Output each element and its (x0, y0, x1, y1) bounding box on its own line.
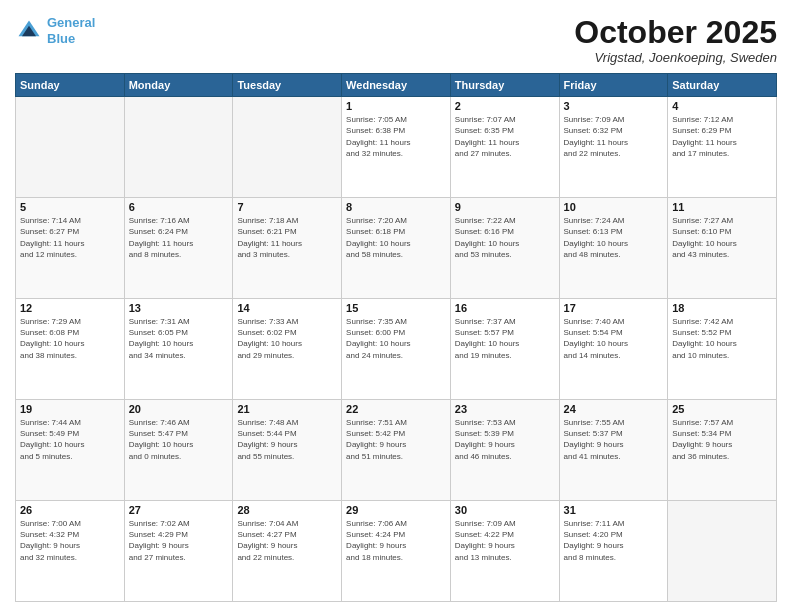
day-info: Sunrise: 7:18 AM Sunset: 6:21 PM Dayligh… (237, 215, 337, 260)
header: General Blue October 2025 Vrigstad, Joen… (15, 15, 777, 65)
day-info: Sunrise: 7:35 AM Sunset: 6:00 PM Dayligh… (346, 316, 446, 361)
month-title: October 2025 (574, 15, 777, 50)
day-info: Sunrise: 7:55 AM Sunset: 5:37 PM Dayligh… (564, 417, 664, 462)
day-number: 5 (20, 201, 120, 213)
calendar-cell: 15Sunrise: 7:35 AM Sunset: 6:00 PM Dayli… (342, 299, 451, 400)
day-number: 24 (564, 403, 664, 415)
day-number: 15 (346, 302, 446, 314)
weekday-friday: Friday (559, 74, 668, 97)
day-number: 16 (455, 302, 555, 314)
day-info: Sunrise: 7:53 AM Sunset: 5:39 PM Dayligh… (455, 417, 555, 462)
calendar-cell: 5Sunrise: 7:14 AM Sunset: 6:27 PM Daylig… (16, 198, 125, 299)
calendar-cell: 14Sunrise: 7:33 AM Sunset: 6:02 PM Dayli… (233, 299, 342, 400)
day-info: Sunrise: 7:11 AM Sunset: 4:20 PM Dayligh… (564, 518, 664, 563)
day-number: 26 (20, 504, 120, 516)
logo: General Blue (15, 15, 95, 46)
title-section: October 2025 Vrigstad, Joenkoeping, Swed… (574, 15, 777, 65)
day-number: 23 (455, 403, 555, 415)
calendar-cell: 10Sunrise: 7:24 AM Sunset: 6:13 PM Dayli… (559, 198, 668, 299)
day-info: Sunrise: 7:06 AM Sunset: 4:24 PM Dayligh… (346, 518, 446, 563)
day-number: 18 (672, 302, 772, 314)
calendar-cell: 30Sunrise: 7:09 AM Sunset: 4:22 PM Dayli… (450, 501, 559, 602)
calendar-week-row: 26Sunrise: 7:00 AM Sunset: 4:32 PM Dayli… (16, 501, 777, 602)
weekday-wednesday: Wednesday (342, 74, 451, 97)
day-info: Sunrise: 7:33 AM Sunset: 6:02 PM Dayligh… (237, 316, 337, 361)
calendar-cell (668, 501, 777, 602)
calendar-cell (124, 97, 233, 198)
day-number: 1 (346, 100, 446, 112)
calendar-cell: 21Sunrise: 7:48 AM Sunset: 5:44 PM Dayli… (233, 400, 342, 501)
calendar-week-row: 1Sunrise: 7:05 AM Sunset: 6:38 PM Daylig… (16, 97, 777, 198)
day-number: 30 (455, 504, 555, 516)
day-info: Sunrise: 7:46 AM Sunset: 5:47 PM Dayligh… (129, 417, 229, 462)
day-info: Sunrise: 7:40 AM Sunset: 5:54 PM Dayligh… (564, 316, 664, 361)
day-number: 19 (20, 403, 120, 415)
calendar-cell: 24Sunrise: 7:55 AM Sunset: 5:37 PM Dayli… (559, 400, 668, 501)
day-number: 25 (672, 403, 772, 415)
day-info: Sunrise: 7:09 AM Sunset: 4:22 PM Dayligh… (455, 518, 555, 563)
day-info: Sunrise: 7:00 AM Sunset: 4:32 PM Dayligh… (20, 518, 120, 563)
day-info: Sunrise: 7:12 AM Sunset: 6:29 PM Dayligh… (672, 114, 772, 159)
calendar-cell: 28Sunrise: 7:04 AM Sunset: 4:27 PM Dayli… (233, 501, 342, 602)
day-info: Sunrise: 7:57 AM Sunset: 5:34 PM Dayligh… (672, 417, 772, 462)
calendar-cell: 23Sunrise: 7:53 AM Sunset: 5:39 PM Dayli… (450, 400, 559, 501)
day-info: Sunrise: 7:29 AM Sunset: 6:08 PM Dayligh… (20, 316, 120, 361)
day-number: 21 (237, 403, 337, 415)
calendar-cell: 16Sunrise: 7:37 AM Sunset: 5:57 PM Dayli… (450, 299, 559, 400)
calendar-week-row: 5Sunrise: 7:14 AM Sunset: 6:27 PM Daylig… (16, 198, 777, 299)
calendar-cell: 19Sunrise: 7:44 AM Sunset: 5:49 PM Dayli… (16, 400, 125, 501)
day-info: Sunrise: 7:51 AM Sunset: 5:42 PM Dayligh… (346, 417, 446, 462)
day-number: 2 (455, 100, 555, 112)
day-number: 20 (129, 403, 229, 415)
calendar-cell: 22Sunrise: 7:51 AM Sunset: 5:42 PM Dayli… (342, 400, 451, 501)
weekday-header-row: SundayMondayTuesdayWednesdayThursdayFrid… (16, 74, 777, 97)
day-number: 8 (346, 201, 446, 213)
logo-line1: General (47, 15, 95, 30)
day-number: 28 (237, 504, 337, 516)
logo-text: General Blue (47, 15, 95, 46)
day-info: Sunrise: 7:02 AM Sunset: 4:29 PM Dayligh… (129, 518, 229, 563)
calendar-cell (16, 97, 125, 198)
calendar-cell: 3Sunrise: 7:09 AM Sunset: 6:32 PM Daylig… (559, 97, 668, 198)
day-info: Sunrise: 7:27 AM Sunset: 6:10 PM Dayligh… (672, 215, 772, 260)
calendar-week-row: 12Sunrise: 7:29 AM Sunset: 6:08 PM Dayli… (16, 299, 777, 400)
calendar-cell: 9Sunrise: 7:22 AM Sunset: 6:16 PM Daylig… (450, 198, 559, 299)
day-info: Sunrise: 7:09 AM Sunset: 6:32 PM Dayligh… (564, 114, 664, 159)
calendar-cell (233, 97, 342, 198)
calendar-cell: 4Sunrise: 7:12 AM Sunset: 6:29 PM Daylig… (668, 97, 777, 198)
weekday-tuesday: Tuesday (233, 74, 342, 97)
day-info: Sunrise: 7:48 AM Sunset: 5:44 PM Dayligh… (237, 417, 337, 462)
page: General Blue October 2025 Vrigstad, Joen… (0, 0, 792, 612)
day-number: 13 (129, 302, 229, 314)
day-number: 12 (20, 302, 120, 314)
calendar-cell: 29Sunrise: 7:06 AM Sunset: 4:24 PM Dayli… (342, 501, 451, 602)
day-info: Sunrise: 7:05 AM Sunset: 6:38 PM Dayligh… (346, 114, 446, 159)
calendar-cell: 8Sunrise: 7:20 AM Sunset: 6:18 PM Daylig… (342, 198, 451, 299)
logo-line2: Blue (47, 31, 75, 46)
weekday-sunday: Sunday (16, 74, 125, 97)
day-info: Sunrise: 7:16 AM Sunset: 6:24 PM Dayligh… (129, 215, 229, 260)
calendar-cell: 27Sunrise: 7:02 AM Sunset: 4:29 PM Dayli… (124, 501, 233, 602)
calendar-cell: 11Sunrise: 7:27 AM Sunset: 6:10 PM Dayli… (668, 198, 777, 299)
day-info: Sunrise: 7:31 AM Sunset: 6:05 PM Dayligh… (129, 316, 229, 361)
day-info: Sunrise: 7:37 AM Sunset: 5:57 PM Dayligh… (455, 316, 555, 361)
day-info: Sunrise: 7:14 AM Sunset: 6:27 PM Dayligh… (20, 215, 120, 260)
calendar-cell: 2Sunrise: 7:07 AM Sunset: 6:35 PM Daylig… (450, 97, 559, 198)
day-number: 27 (129, 504, 229, 516)
weekday-thursday: Thursday (450, 74, 559, 97)
location-subtitle: Vrigstad, Joenkoeping, Sweden (574, 50, 777, 65)
day-info: Sunrise: 7:20 AM Sunset: 6:18 PM Dayligh… (346, 215, 446, 260)
day-info: Sunrise: 7:07 AM Sunset: 6:35 PM Dayligh… (455, 114, 555, 159)
weekday-saturday: Saturday (668, 74, 777, 97)
calendar-cell: 1Sunrise: 7:05 AM Sunset: 6:38 PM Daylig… (342, 97, 451, 198)
day-number: 29 (346, 504, 446, 516)
calendar-table: SundayMondayTuesdayWednesdayThursdayFrid… (15, 73, 777, 602)
day-info: Sunrise: 7:04 AM Sunset: 4:27 PM Dayligh… (237, 518, 337, 563)
calendar-cell: 31Sunrise: 7:11 AM Sunset: 4:20 PM Dayli… (559, 501, 668, 602)
day-info: Sunrise: 7:44 AM Sunset: 5:49 PM Dayligh… (20, 417, 120, 462)
weekday-monday: Monday (124, 74, 233, 97)
calendar-cell: 6Sunrise: 7:16 AM Sunset: 6:24 PM Daylig… (124, 198, 233, 299)
day-number: 11 (672, 201, 772, 213)
calendar-cell: 25Sunrise: 7:57 AM Sunset: 5:34 PM Dayli… (668, 400, 777, 501)
calendar-cell: 13Sunrise: 7:31 AM Sunset: 6:05 PM Dayli… (124, 299, 233, 400)
